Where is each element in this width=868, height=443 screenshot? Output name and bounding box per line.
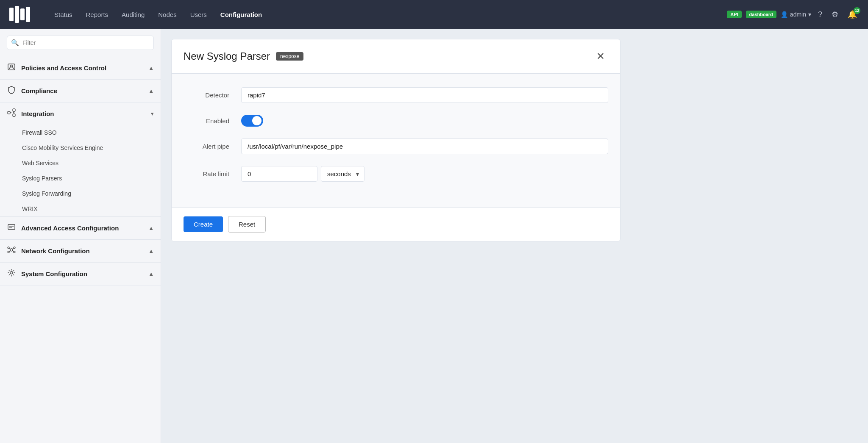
svg-rect-0 [9, 8, 14, 21]
policies-label: Policies and Access Control [21, 64, 143, 72]
sidebar-item-cisco[interactable]: Cisco Mobility Services Engine [0, 140, 161, 155]
integration-icon [7, 108, 16, 119]
sidebar-section-policies-header[interactable]: Policies and Access Control ▲ [0, 57, 161, 79]
chevron-down-icon: ▾ [808, 11, 811, 18]
nav-auditing[interactable]: Auditing [116, 8, 150, 22]
svg-point-14 [14, 251, 15, 253]
filter-wrap: 🔍 [0, 36, 161, 57]
svg-rect-8 [13, 114, 15, 116]
close-button[interactable]: ✕ [593, 49, 608, 64]
compliance-icon [7, 86, 16, 96]
sidebar-section-integration: Integration ▾ Firewall SSO Cisco Mobilit… [0, 102, 161, 217]
sidebar: 🔍 Policies and Access Control ▲ Complian… [0, 29, 161, 443]
alert-pipe-row: Alert pipe [184, 138, 608, 154]
svg-rect-6 [8, 111, 10, 114]
reset-button[interactable]: Reset [228, 216, 266, 233]
nav-links: Status Reports Auditing Nodes Users Conf… [48, 8, 727, 22]
system-chevron-icon: ▲ [148, 271, 154, 277]
search-icon: 🔍 [11, 39, 19, 47]
sidebar-section-system-header[interactable]: System Configuration ▲ [0, 263, 161, 285]
sidebar-section-compliance: Compliance ▲ [0, 80, 161, 102]
system-icon [7, 269, 16, 279]
username-label: admin [790, 11, 806, 18]
enabled-toggle[interactable] [241, 115, 263, 127]
rate-limit-unit-select[interactable]: seconds minutes hours [321, 166, 351, 181]
sidebar-section-integration-header[interactable]: Integration ▾ [0, 102, 161, 125]
nav-right: API dashboard 👤 admin ▾ ? ⚙ 🔔 12 [727, 8, 860, 21]
user-icon: 👤 [781, 11, 788, 18]
enabled-row: Enabled [184, 115, 608, 127]
svg-point-15 [10, 271, 13, 274]
help-button[interactable]: ? [815, 8, 825, 21]
svg-point-11 [8, 247, 9, 249]
policies-chevron-icon: ▲ [148, 65, 154, 71]
integration-label: Integration [21, 110, 146, 117]
advanced-icon [7, 223, 16, 233]
form-body: Detector Enabled Alert pipe [172, 74, 620, 207]
svg-point-13 [8, 251, 9, 253]
svg-rect-3 [26, 7, 30, 22]
dashboard-badge[interactable]: dashboard [746, 11, 776, 18]
user-menu[interactable]: 👤 admin ▾ [781, 11, 811, 18]
sidebar-section-network-header[interactable]: Network Configuration ▲ [0, 240, 161, 262]
detector-row: Detector [184, 87, 608, 103]
sidebar-section-system: System Configuration ▲ [0, 263, 161, 285]
form-title: New Syslog Parser nexpose [184, 50, 303, 62]
tools-button[interactable]: ⚙ [829, 8, 841, 21]
svg-point-12 [14, 247, 15, 249]
nav-configuration[interactable]: Configuration [214, 8, 268, 22]
create-button[interactable]: Create [184, 216, 223, 232]
alert-pipe-input[interactable] [241, 138, 608, 154]
rate-limit-unit-select-wrap[interactable]: seconds minutes hours ▾ [321, 166, 364, 182]
system-label: System Configuration [21, 270, 143, 277]
notifications-button[interactable]: 🔔 12 [845, 8, 860, 21]
rate-select-chevron-icon: ▾ [351, 171, 364, 177]
nav-nodes[interactable]: Nodes [152, 8, 182, 22]
enabled-label: Enabled [184, 117, 234, 125]
nexpose-badge: nexpose [276, 52, 303, 61]
sidebar-section-advanced: Advanced Access Configuration ▲ [0, 217, 161, 240]
sidebar-section-advanced-header[interactable]: Advanced Access Configuration ▲ [0, 217, 161, 239]
top-navbar: Status Reports Auditing Nodes Users Conf… [0, 0, 868, 29]
svg-point-10 [10, 249, 13, 251]
sidebar-section-compliance-header[interactable]: Compliance ▲ [0, 80, 161, 102]
rate-limit-row: Rate limit seconds minutes hours ▾ [184, 166, 608, 182]
rate-limit-input[interactable] [241, 166, 317, 182]
filter-input[interactable] [7, 36, 154, 50]
sidebar-section-policies: Policies and Access Control ▲ [0, 57, 161, 80]
network-label: Network Configuration [21, 247, 143, 255]
detector-label: Detector [184, 91, 234, 99]
network-chevron-icon: ▲ [148, 248, 154, 254]
svg-rect-9 [8, 224, 15, 230]
integration-subitems: Firewall SSO Cisco Mobility Services Eng… [0, 125, 161, 216]
nav-reports[interactable]: Reports [80, 8, 114, 22]
sidebar-item-firewall-sso[interactable]: Firewall SSO [0, 125, 161, 140]
compliance-label: Compliance [21, 87, 143, 94]
form-footer: Create Reset [172, 207, 620, 241]
svg-rect-7 [13, 109, 15, 111]
advanced-chevron-icon: ▲ [148, 225, 154, 231]
nav-status[interactable]: Status [48, 8, 78, 22]
sidebar-item-web-services[interactable]: Web Services [0, 155, 161, 171]
toggle-slider [241, 115, 263, 127]
sidebar-item-wrix[interactable]: WRIX [0, 201, 161, 216]
network-icon [7, 246, 16, 256]
main-content: New Syslog Parser nexpose ✕ Detector Ena… [161, 29, 868, 443]
app-logo[interactable] [8, 5, 36, 24]
svg-rect-1 [15, 6, 19, 23]
nav-users[interactable]: Users [184, 8, 213, 22]
sidebar-item-syslog-parsers[interactable]: Syslog Parsers [0, 171, 161, 186]
form-title-text: New Syslog Parser [184, 50, 270, 62]
detector-input[interactable] [241, 87, 608, 103]
svg-rect-2 [20, 8, 25, 20]
advanced-label: Advanced Access Configuration [21, 224, 143, 232]
sidebar-item-syslog-forwarding[interactable]: Syslog Forwarding [0, 186, 161, 201]
compliance-chevron-icon: ▲ [148, 88, 154, 94]
syslog-parser-form: New Syslog Parser nexpose ✕ Detector Ena… [171, 39, 620, 241]
integration-chevron-icon: ▾ [151, 111, 154, 117]
main-layout: 🔍 Policies and Access Control ▲ Complian… [0, 29, 868, 443]
rate-limit-group: seconds minutes hours ▾ [241, 166, 608, 182]
notification-count: 12 [854, 7, 860, 14]
api-badge[interactable]: API [727, 11, 741, 18]
alert-pipe-label: Alert pipe [184, 143, 234, 150]
